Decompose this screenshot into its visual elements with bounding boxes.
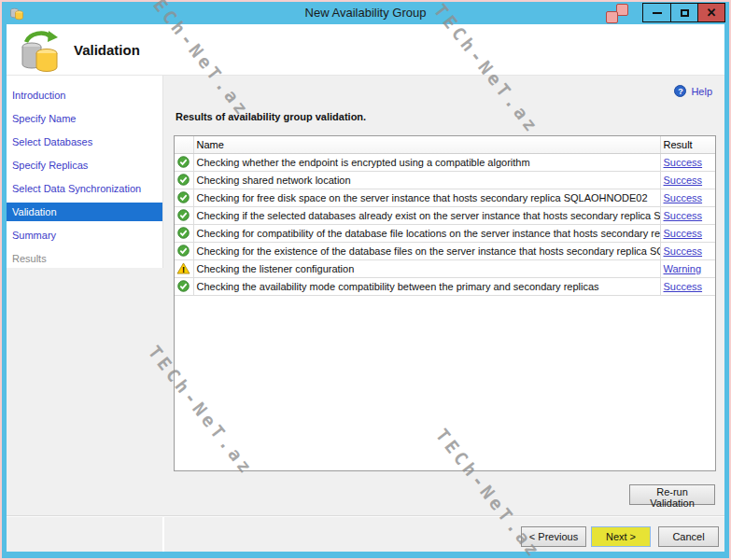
close-icon: ✕ [707,6,717,20]
validation-row[interactable]: Checking if the selected databases alrea… [175,206,715,224]
result-link[interactable]: Success [664,192,703,203]
success-icon [175,206,193,224]
result-cell: Success [660,189,715,206]
check-name: Checking the availability mode compatibi… [193,277,660,295]
validation-table-body: Checking whether the endpoint is encrypt… [175,153,715,295]
success-icon [175,224,193,242]
result-cell: Warning [660,259,715,277]
previous-button[interactable]: < Previous [521,526,586,547]
result-cell: Success [660,242,715,259]
validation-row[interactable]: Checking the availability mode compatibi… [175,277,715,295]
table-header-row: Name Result [175,136,715,153]
sidebar-item-validation[interactable]: Validation [7,203,162,221]
sidebar-item-specify-replicas[interactable]: Specify Replicas [7,156,162,175]
close-button[interactable]: ✕ [697,4,724,21]
success-icon [175,242,193,259]
validation-row[interactable]: Checking shared network locationSuccess [175,171,715,189]
sidebar-item-specify-name[interactable]: Specify Name [7,109,162,128]
help-label: Help [691,86,712,97]
validation-row[interactable]: Checking for free disk space on the serv… [175,189,715,206]
cancel-button[interactable]: Cancel [658,526,719,547]
sidebar-item-summary[interactable]: Summary [7,226,162,245]
minimize-button[interactable] [643,4,670,21]
maximize-button[interactable] [670,4,697,21]
help-icon: ? [674,85,686,97]
wizard-window: New Availability Group ✕ Validation [0,0,731,560]
results-caption: Results of availability group validation… [176,111,366,122]
result-link[interactable]: Warning [664,263,702,274]
result-cell: Success [660,206,715,224]
success-icon [175,153,193,171]
wizard-steps-sidebar: IntroductionSpecify NameSelect Databases… [7,76,163,268]
window-controls: ✕ [642,3,725,22]
check-name: Checking shared network location [193,171,660,189]
overlapping-pages-icon [606,4,628,23]
sidebar-item-introduction[interactable]: Introduction [7,86,162,105]
titlebar: New Availability Group ✕ [2,2,729,24]
minimize-icon [653,12,662,14]
result-link[interactable]: Success [664,210,703,221]
panel-seam [162,517,164,552]
sidebar-item-results: Results [7,249,162,268]
validation-row[interactable]: !Checking the listener configurationWarn… [175,259,715,277]
check-name: Checking whether the endpoint is encrypt… [193,153,660,171]
sidebar-item-select-data-synchronization[interactable]: Select Data Synchronization [7,179,162,198]
success-icon [175,189,193,206]
validation-row[interactable]: Checking for the existence of the databa… [175,242,715,259]
result-cell: Success [660,277,715,295]
next-button[interactable]: Next > [591,526,651,547]
body-area: IntroductionSpecify NameSelect Databases… [7,76,724,552]
check-name: Checking the listener configuration [193,259,660,277]
sidebar-item-select-databases[interactable]: Select Databases [7,133,162,151]
name-column-header: Name [193,136,660,153]
availability-group-wizard-icon [20,29,61,76]
result-cell: Success [660,171,715,189]
footer-separator [7,515,724,517]
check-name: Checking for free disk space on the serv… [193,189,660,206]
wizard-content: Validation IntroductionSpecify NameSelec… [7,24,724,552]
result-link[interactable]: Success [664,157,703,168]
result-column-header: Result [660,136,715,153]
result-link[interactable]: Success [664,245,703,257]
page-title: Validation [74,24,140,76]
page-header: Validation [7,24,724,76]
success-icon [175,171,193,189]
rerun-validation-button[interactable]: Re-run Validation [629,484,715,505]
maximize-icon [681,9,689,17]
check-name: Checking for the existence of the databa… [193,242,660,259]
svg-text:!: ! [182,265,185,274]
help-link[interactable]: ? Help [674,85,712,97]
result-link[interactable]: Success [664,175,703,186]
result-cell: Success [660,153,715,171]
result-cell: Success [660,224,715,242]
validation-results-table: Name Result Checking whether the endpoin… [174,135,716,471]
status-column-header [175,136,193,153]
check-name: Checking if the selected databases alrea… [193,206,660,224]
warning-icon: ! [175,259,193,277]
success-icon [175,277,193,295]
validation-row[interactable]: Checking whether the endpoint is encrypt… [175,153,715,171]
result-link[interactable]: Success [664,281,703,292]
result-link[interactable]: Success [664,228,703,239]
check-name: Checking for compatibility of the databa… [193,224,660,242]
validation-row[interactable]: Checking for compatibility of the databa… [175,224,715,242]
